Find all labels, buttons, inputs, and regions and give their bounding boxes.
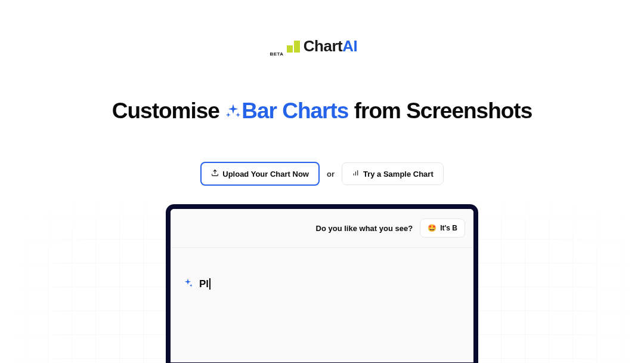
sparkle-icon [225,100,242,125]
sample-chart-button[interactable]: Try a Sample Chart [342,162,444,185]
feedback-button-label: It's B [440,224,457,232]
demo-header: Do you like what you see? 🤩 It's B [171,209,473,248]
beta-badge: BETA [270,51,283,57]
sample-button-label: Try a Sample Chart [363,170,434,179]
upload-chart-button[interactable]: Upload Your Chart Now [200,162,320,186]
feedback-button[interactable]: 🤩 It's B [420,219,465,238]
star-emoji-icon: 🤩 [428,224,436,232]
bar-chart-icon [352,169,360,179]
logo-bars-icon [287,41,300,53]
logo-section: BETA ChartAI [0,0,644,56]
logo-text-chart: Chart [304,37,342,55]
cta-row: Upload Your Chart Now or Try a Sample Ch… [0,162,644,186]
typing-content: Pl [199,278,210,290]
headline-suffix: from Screenshots [354,99,532,123]
upload-icon [211,169,219,179]
logo-text-ai: AI [342,37,357,55]
demo-header-question: Do you like what you see? [316,224,413,233]
demo-body: Pl [171,248,473,362]
headline-prefix: Customise [112,99,225,123]
logo-text: ChartAI [304,37,357,56]
sparkle-icon [182,278,193,291]
or-separator: or [327,170,335,179]
upload-button-label: Upload Your Chart Now [222,170,309,179]
typing-text: Pl [199,278,210,290]
headline-highlight: Bar Charts [242,99,348,123]
demo-window: Do you like what you see? 🤩 It's B Pl [166,204,478,363]
page-headline: Customise Bar Charts from Screenshots [0,99,644,125]
